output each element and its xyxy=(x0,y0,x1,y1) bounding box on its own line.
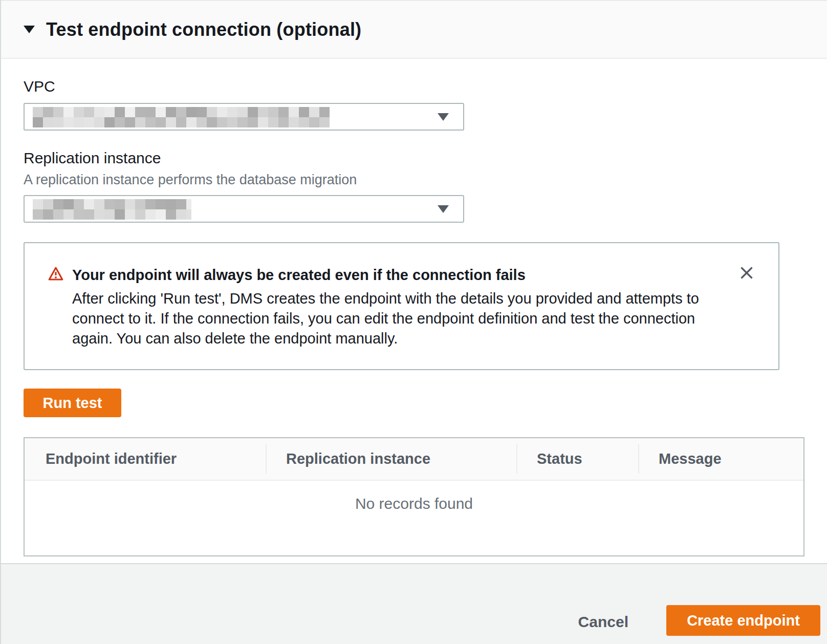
replication-instance-select[interactable] xyxy=(24,195,464,223)
empty-state-text: No records found xyxy=(25,481,803,512)
column-header-message: Message xyxy=(638,438,803,480)
vpc-select[interactable] xyxy=(24,103,464,131)
section-title: Test endpoint connection (optional) xyxy=(46,19,361,40)
close-icon[interactable] xyxy=(737,264,756,282)
alert-body: After clicking 'Run test', DMS creates t… xyxy=(72,289,727,349)
column-header-status: Status xyxy=(516,438,638,480)
replication-instance-field: Replication instance A replication insta… xyxy=(24,149,804,223)
section-content: VPC Replication instance A replication i… xyxy=(1,77,827,576)
form-footer: Cancel Create endpoint xyxy=(1,563,827,644)
collapse-caret-icon xyxy=(24,26,35,33)
replication-instance-selected-value-redacted xyxy=(33,199,191,220)
table-header-row: Endpoint identifier Replication instance… xyxy=(25,438,803,481)
column-header-endpoint-identifier: Endpoint identifier xyxy=(25,438,266,480)
alert-title: Your endpoint will always be created eve… xyxy=(72,265,727,285)
vpc-field: VPC xyxy=(24,77,804,131)
replication-instance-description: A replication instance performs the data… xyxy=(24,171,804,188)
replication-instance-label: Replication instance xyxy=(24,149,804,167)
warning-alert: Your endpoint will always be created eve… xyxy=(24,242,779,370)
dms-create-endpoint-page: Test endpoint connection (optional) VPC … xyxy=(0,0,827,644)
vpc-label: VPC xyxy=(24,77,804,96)
chevron-down-icon xyxy=(438,113,449,121)
chevron-down-icon xyxy=(438,205,449,213)
create-endpoint-button[interactable]: Create endpoint xyxy=(666,605,820,636)
column-header-replication-instance: Replication instance xyxy=(266,438,516,480)
cancel-button[interactable]: Cancel xyxy=(578,613,628,631)
alert-text: Your endpoint will always be created eve… xyxy=(72,265,727,349)
table-body: No records found xyxy=(25,481,803,555)
test-results-table: Endpoint identifier Replication instance… xyxy=(24,437,804,556)
run-test-button[interactable]: Run test xyxy=(24,389,121,417)
warning-icon xyxy=(47,266,64,282)
section-header-test-endpoint-connection[interactable]: Test endpoint connection (optional) xyxy=(1,0,827,59)
vpc-selected-value-redacted xyxy=(33,107,330,127)
